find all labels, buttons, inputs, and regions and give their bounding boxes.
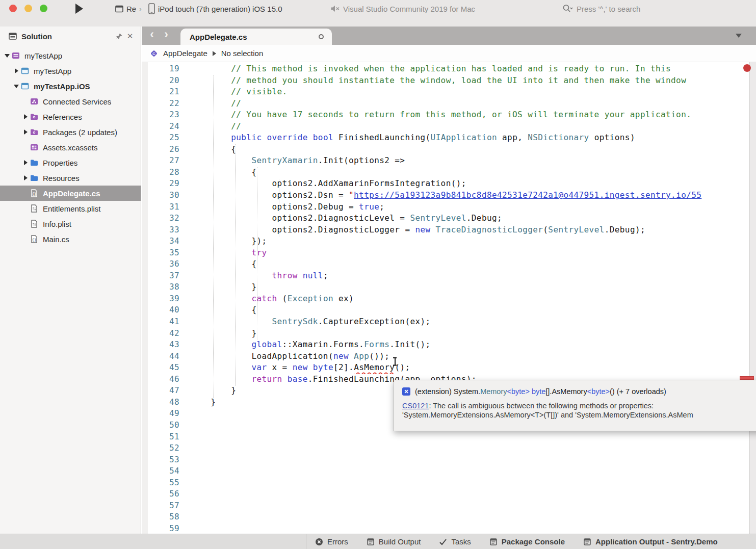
error-scroll-marker[interactable] <box>740 376 754 380</box>
caret-right-icon[interactable] <box>21 160 30 165</box>
caret-down-icon[interactable] <box>3 54 11 58</box>
tab-list-dropdown-icon[interactable] <box>736 34 742 38</box>
dsn-url-link[interactable]: https://5a193123a9b841bc8d8e42531e7242a1… <box>354 190 701 200</box>
code-line-25[interactable]: 25 public override bool FinishedLaunchin… <box>142 133 749 144</box>
line-number[interactable]: 27 <box>142 155 179 165</box>
line-number[interactable]: 43 <box>142 339 179 349</box>
line-number[interactable]: 22 <box>142 98 179 108</box>
code-line-39[interactable]: 39 catch (Exception ex) <box>142 294 749 305</box>
caret-right-icon[interactable] <box>21 175 30 180</box>
line-number[interactable]: 19 <box>142 64 179 73</box>
run-button[interactable] <box>75 4 83 14</box>
statusbar-package-console[interactable]: Package Console <box>489 537 565 546</box>
line-number[interactable]: 29 <box>142 178 179 188</box>
line-number[interactable]: 21 <box>142 87 179 96</box>
line-number[interactable]: 45 <box>142 362 179 372</box>
tab-appdelegate[interactable]: AppDelegate.cs <box>180 29 332 45</box>
statusbar-application-output-sentry-demo[interactable]: Application Output - Sentry.Demo <box>583 537 718 546</box>
line-number[interactable]: 31 <box>142 202 179 212</box>
line-number[interactable]: 51 <box>142 432 179 441</box>
line-number[interactable]: 23 <box>142 110 179 119</box>
line-number[interactable]: 20 <box>142 75 179 85</box>
breakpoint-marker-icon[interactable] <box>743 64 751 72</box>
navigate-back-button[interactable]: ‹ <box>146 28 158 41</box>
code-line-57[interactable]: 57 <box>142 501 749 512</box>
line-number[interactable]: 56 <box>142 489 179 499</box>
code-line-40[interactable]: 40 { <box>142 305 749 317</box>
line-number[interactable]: 33 <box>142 225 179 234</box>
line-number[interactable]: 54 <box>142 466 179 476</box>
code-line-27[interactable]: 27 SentryXamarin.Init(options2 => <box>142 155 749 167</box>
sidebar-item-appdelegate-cs[interactable]: {}AppDelegate.cs <box>0 186 141 201</box>
code-line-55[interactable]: 55 <box>142 478 749 489</box>
code-line-21[interactable]: 21 // visible. <box>142 87 749 98</box>
line-number[interactable]: 59 <box>142 524 179 533</box>
code-line-20[interactable]: 20 // method you should instantiate the … <box>142 75 749 87</box>
code-line-19[interactable]: 19 // This method is invoked when the ap… <box>142 64 749 75</box>
code-line-45[interactable]: 45 var x = new byte[2].AsMemory(); <box>142 362 749 374</box>
sidebar-item-packages-2-updates[interactable]: Packages (2 updates) <box>0 124 141 140</box>
code-line-44[interactable]: 44 LoadApplication(new App()); <box>142 351 749 363</box>
code-line-22[interactable]: 22 // <box>142 98 749 110</box>
sidebar-item-references[interactable]: References <box>0 109 141 124</box>
sidebar-item-connected-services[interactable]: Connected Services <box>0 94 141 109</box>
line-number[interactable]: 47 <box>142 385 179 395</box>
sidebar-item-mytestapp[interactable]: myTestApp <box>0 48 141 63</box>
code-line-26[interactable]: 26 { <box>142 144 749 156</box>
code-line-29[interactable]: 29 options2.AddXamarinFormsIntegration()… <box>142 178 749 190</box>
close-pad-icon[interactable]: ✕ <box>124 31 136 42</box>
code-line-52[interactable]: 52 <box>142 443 749 455</box>
caret-right-icon[interactable] <box>12 68 20 73</box>
sidebar-item-resources[interactable]: Resources <box>0 170 141 186</box>
line-number[interactable]: 39 <box>142 294 179 303</box>
line-number[interactable]: 37 <box>142 271 179 280</box>
code-line-33[interactable]: 33 options2.DiagnosticLogger = new Trace… <box>142 225 749 237</box>
sidebar-item-mytestapp-ios[interactable]: myTestApp.iOS <box>0 79 141 94</box>
line-number[interactable]: 52 <box>142 443 179 453</box>
code-line-41[interactable]: 41 SentrySdk.CaptureException(ex); <box>142 317 749 328</box>
global-search[interactable]: Press '^,' to search <box>562 0 640 17</box>
line-number[interactable]: 35 <box>142 248 179 257</box>
sidebar-item-mytestapp[interactable]: myTestApp <box>0 63 141 79</box>
code-line-43[interactable]: 43 global::Xamarin.Forms.Forms.Init(); <box>142 339 749 351</box>
code-line-37[interactable]: 37 throw null; <box>142 271 749 282</box>
minimize-button[interactable] <box>24 5 32 12</box>
sidebar-item-info-plist[interactable]: Info.plist <box>0 216 141 231</box>
sidebar-item-entitlements-plist[interactable]: Entitlements.plist <box>0 201 141 216</box>
code-line-31[interactable]: 31 options2.Debug = true; <box>142 202 749 214</box>
code-line-28[interactable]: 28 { <box>142 167 749 179</box>
sidebar-item-properties[interactable]: Properties <box>0 155 141 170</box>
line-number[interactable]: 44 <box>142 351 179 361</box>
sidebar-item-main-cs[interactable]: {}Main.cs <box>0 231 141 247</box>
line-number[interactable]: 32 <box>142 213 179 223</box>
line-number[interactable]: 49 <box>142 408 179 418</box>
code-line-54[interactable]: 54 <box>142 466 749 478</box>
code-line-32[interactable]: 32 options2.DiagnosticLevel = SentryLeve… <box>142 213 749 225</box>
code-line-23[interactable]: 23 // You have 17 seconds to return from… <box>142 110 749 121</box>
breadcrumb-class[interactable]: AppDelegate <box>163 49 207 58</box>
scrollbar-track[interactable] <box>749 62 756 534</box>
code-line-30[interactable]: 30 options2.Dsn = "https://5a193123a9b84… <box>142 190 749 202</box>
statusbar-tasks[interactable]: Tasks <box>439 537 471 546</box>
statusbar-build-output[interactable]: Build Output <box>367 537 421 546</box>
build-configuration-selector[interactable]: Re › <box>115 0 142 17</box>
caret-right-icon[interactable] <box>21 129 30 135</box>
line-number[interactable]: 57 <box>142 501 179 510</box>
code-line-35[interactable]: 35 try <box>142 248 749 259</box>
line-number[interactable]: 46 <box>142 374 179 384</box>
line-number[interactable]: 41 <box>142 317 179 326</box>
code-line-24[interactable]: 24 // <box>142 121 749 133</box>
sidebar-item-assets-xcassets[interactable]: Assets.xcassets <box>0 140 141 155</box>
code-line-56[interactable]: 56 <box>142 489 749 501</box>
line-number[interactable]: 30 <box>142 190 179 200</box>
code-line-53[interactable]: 53 <box>142 455 749 466</box>
caret-right-icon[interactable] <box>21 114 30 119</box>
device-selector[interactable]: iPod touch (7th generation) iOS 15.0 <box>148 0 282 17</box>
code-line-58[interactable]: 58 <box>142 512 749 524</box>
close-button[interactable] <box>9 5 17 12</box>
line-number[interactable]: 40 <box>142 305 179 315</box>
code-editor[interactable]: 19 // This method is invoked when the ap… <box>142 62 756 534</box>
navigate-forward-button[interactable]: › <box>160 28 172 41</box>
line-number[interactable]: 58 <box>142 512 179 521</box>
line-number[interactable]: 50 <box>142 420 179 430</box>
